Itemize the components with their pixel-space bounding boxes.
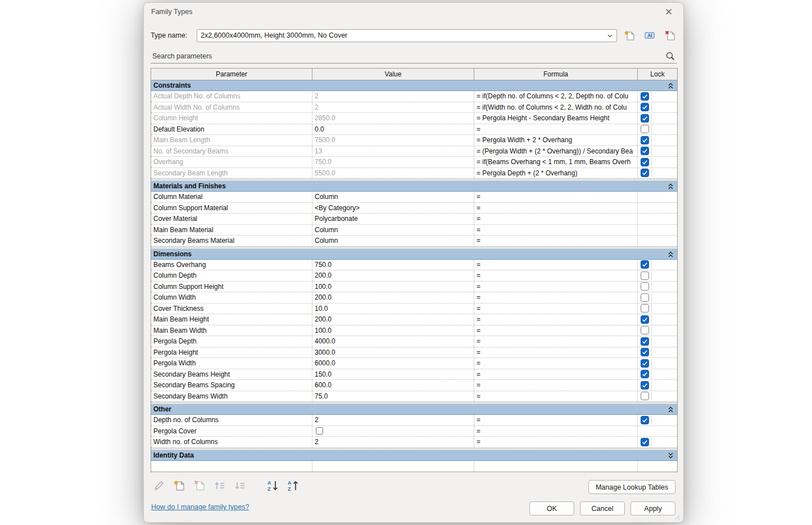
value-cell[interactable]: Polycarbonate	[312, 214, 474, 224]
formula-cell[interactable]: =	[474, 270, 638, 281]
search-input[interactable]	[151, 52, 665, 60]
lock-checkbox-checked[interactable]	[641, 438, 649, 446]
value-cell[interactable]: 750.0	[312, 157, 474, 168]
title-bar[interactable]: Family Types ✕	[144, 3, 683, 21]
formula-cell[interactable]: = (Pergola Width + (2 * Overhang)) / Sec…	[474, 146, 638, 157]
lock-checkbox-unchecked[interactable]	[641, 125, 649, 133]
value-cell[interactable]: 150.0	[312, 369, 474, 380]
value-cell[interactable]: 10.0	[312, 304, 474, 314]
formula-cell[interactable]: =	[474, 314, 638, 325]
formula-cell[interactable]: =	[474, 260, 638, 270]
collapse-section-icon[interactable]	[668, 406, 674, 413]
value-cell[interactable]: 7500.0	[312, 135, 474, 146]
value-cell[interactable]: Column	[312, 192, 474, 202]
value-cell[interactable]: 2	[312, 415, 474, 426]
formula-cell[interactable]: =	[474, 292, 638, 303]
lock-checkbox-checked[interactable]	[641, 359, 649, 368]
value-checkbox[interactable]	[316, 427, 323, 435]
lock-checkbox-checked[interactable]	[641, 348, 649, 356]
search-field[interactable]	[151, 49, 677, 64]
lock-checkbox-unchecked[interactable]	[641, 304, 649, 313]
formula-cell[interactable]: = if(Width no. of Columns < 2, 2, Width …	[474, 102, 638, 113]
lock-checkbox-checked[interactable]	[641, 92, 649, 101]
value-cell[interactable]: 2850.0	[312, 113, 474, 124]
sort-ascending-icon[interactable]: AZ	[266, 478, 280, 492]
section-header-materials-and-finishes[interactable]: Materials and Finishes	[151, 181, 677, 192]
lock-checkbox-checked[interactable]	[641, 260, 649, 269]
value-cell[interactable]: 2	[312, 102, 474, 113]
formula-cell[interactable]: = Pergola Depth + (2 * Overhang)	[474, 168, 638, 179]
type-name-dropdown[interactable]: 2x2,6000x4000mm, Height 3000mm, No Cover	[197, 29, 617, 42]
apply-button[interactable]: Apply	[630, 501, 675, 515]
lock-checkbox-checked[interactable]	[641, 169, 649, 177]
formula-cell[interactable]: =	[474, 437, 638, 447]
value-cell[interactable]: 600.0	[312, 380, 474, 391]
lock-checkbox-unchecked[interactable]	[641, 282, 649, 291]
value-cell[interactable]: 6000.0	[312, 358, 474, 369]
formula-cell[interactable]: =	[474, 391, 638, 402]
formula-cell[interactable]: =	[474, 225, 638, 236]
lock-checkbox-checked[interactable]	[641, 337, 649, 346]
value-cell[interactable]	[312, 426, 474, 437]
formula-cell[interactable]: =	[474, 282, 638, 292]
help-link[interactable]: How do I manage family types?	[151, 503, 249, 511]
value-cell[interactable]: 4000.0	[312, 336, 474, 347]
lock-checkbox-checked[interactable]	[641, 147, 649, 155]
value-cell[interactable]: 200.0	[312, 292, 474, 303]
lock-checkbox-checked[interactable]	[641, 158, 649, 166]
lock-checkbox-unchecked[interactable]	[641, 271, 649, 280]
formula-cell[interactable]: =	[474, 426, 638, 437]
formula-cell[interactable]: =	[474, 380, 638, 391]
section-header-constraints[interactable]: Constraints	[151, 80, 677, 91]
value-cell[interactable]: 0.0	[312, 124, 474, 135]
collapse-section-icon[interactable]	[668, 251, 674, 258]
cancel-button[interactable]: Cancel	[580, 501, 625, 515]
column-header-parameter[interactable]: Parameter	[151, 69, 312, 80]
new-type-icon[interactable]	[623, 29, 636, 42]
lock-checkbox-checked[interactable]	[641, 103, 649, 111]
value-cell[interactable]: 2	[312, 91, 474, 102]
lock-checkbox-checked[interactable]	[641, 381, 649, 390]
formula-cell[interactable]: =	[474, 124, 638, 135]
column-header-value[interactable]: Value	[312, 69, 474, 80]
column-header-formula[interactable]: Formula	[474, 69, 638, 80]
column-header-lock[interactable]: Lock	[638, 69, 677, 80]
value-cell[interactable]: 75.0	[312, 391, 474, 402]
formula-cell[interactable]: =	[474, 369, 638, 380]
search-icon[interactable]	[665, 51, 675, 61]
formula-cell[interactable]: = if(Beams Overhang < 1 mm, 1 mm, Beams …	[474, 157, 638, 168]
formula-cell[interactable]: =	[474, 236, 638, 246]
value-cell[interactable]: Column	[312, 225, 474, 236]
formula-cell[interactable]: =	[474, 336, 638, 347]
lock-checkbox-unchecked[interactable]	[641, 293, 649, 302]
value-cell[interactable]	[312, 461, 474, 472]
lock-checkbox-unchecked[interactable]	[641, 392, 649, 400]
formula-cell[interactable]: =	[474, 304, 638, 314]
value-cell[interactable]: Column	[312, 236, 474, 246]
formula-cell[interactable]: = Pergola Width + 2 * Overhang	[474, 135, 638, 146]
value-cell[interactable]: 200.0	[312, 270, 474, 281]
section-header-identity-data[interactable]: Identity Data	[151, 450, 677, 461]
value-cell[interactable]: 2	[312, 437, 474, 447]
lock-checkbox-unchecked[interactable]	[641, 326, 649, 334]
lock-checkbox-checked[interactable]	[641, 370, 649, 378]
manage-lookup-tables-button[interactable]: Manage Lookup Tables	[588, 480, 675, 494]
ok-button[interactable]: OK	[529, 501, 574, 515]
formula-cell[interactable]: =	[474, 347, 638, 358]
collapse-section-icon[interactable]	[668, 183, 674, 190]
new-parameter-icon[interactable]	[172, 478, 186, 492]
value-cell[interactable]: 200.0	[312, 314, 474, 325]
lock-checkbox-checked[interactable]	[641, 315, 649, 324]
value-cell[interactable]: <By Category>	[312, 203, 474, 214]
delete-type-icon[interactable]	[663, 29, 677, 42]
section-header-other[interactable]: Other	[151, 404, 677, 415]
expand-section-icon[interactable]	[668, 452, 674, 459]
lock-checkbox-checked[interactable]	[641, 136, 649, 144]
value-cell[interactable]: 750.0	[312, 260, 474, 270]
lock-checkbox-checked[interactable]	[641, 114, 649, 123]
collapse-section-icon[interactable]	[668, 82, 674, 89]
resize-grip-icon[interactable]	[675, 514, 681, 520]
value-cell[interactable]: 3000.0	[312, 347, 474, 358]
formula-cell[interactable]: = if(Depth no. of Columns < 2, 2, Depth …	[474, 91, 638, 102]
rename-type-icon[interactable]: A	[643, 29, 656, 42]
